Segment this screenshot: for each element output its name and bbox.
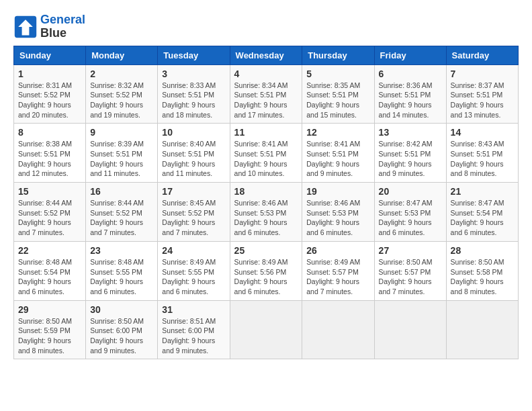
day-number: 1 <box>18 68 81 79</box>
calendar-cell: 22 Sunrise: 8:48 AM Sunset: 5:54 PM Dayl… <box>14 241 86 300</box>
day-number: 5 <box>306 68 369 79</box>
day-info: Sunrise: 8:33 AM Sunset: 5:51 PM Dayligh… <box>162 81 225 120</box>
day-info: Sunrise: 8:45 AM Sunset: 5:52 PM Dayligh… <box>162 198 225 238</box>
calendar-cell <box>302 300 374 359</box>
day-number: 22 <box>18 245 81 256</box>
day-number: 18 <box>234 186 298 197</box>
day-number: 6 <box>379 68 442 79</box>
day-info: Sunrise: 8:50 AM Sunset: 5:57 PM Dayligh… <box>379 257 442 297</box>
calendar-cell: 12 Sunrise: 8:41 AM Sunset: 5:51 PM Dayl… <box>302 124 374 183</box>
calendar-cell: 3 Sunrise: 8:33 AM Sunset: 5:51 PM Dayli… <box>158 64 230 124</box>
logo: General Blue <box>13 13 85 40</box>
day-info: Sunrise: 8:31 AM Sunset: 5:52 PM Dayligh… <box>18 81 81 120</box>
day-info: Sunrise: 8:51 AM Sunset: 6:00 PM Dayligh… <box>162 316 225 356</box>
day-number: 8 <box>18 127 81 138</box>
calendar-cell: 15 Sunrise: 8:44 AM Sunset: 5:52 PM Dayl… <box>14 183 86 242</box>
day-number: 26 <box>306 245 369 256</box>
day-info: Sunrise: 8:46 AM Sunset: 5:53 PM Dayligh… <box>234 198 298 238</box>
day-number: 9 <box>90 127 153 138</box>
calendar-cell: 2 Sunrise: 8:32 AM Sunset: 5:52 PM Dayli… <box>86 64 158 124</box>
calendar-cell: 13 Sunrise: 8:42 AM Sunset: 5:51 PM Dayl… <box>374 124 446 183</box>
day-number: 11 <box>234 127 298 138</box>
calendar-cell: 24 Sunrise: 8:49 AM Sunset: 5:55 PM Dayl… <box>158 241 230 300</box>
day-info: Sunrise: 8:48 AM Sunset: 5:55 PM Dayligh… <box>90 257 153 297</box>
day-info: Sunrise: 8:48 AM Sunset: 5:54 PM Dayligh… <box>18 257 81 297</box>
day-info: Sunrise: 8:49 AM Sunset: 5:57 PM Dayligh… <box>306 257 369 297</box>
day-number: 31 <box>162 304 225 315</box>
calendar-cell <box>446 300 518 359</box>
calendar-cell: 16 Sunrise: 8:44 AM Sunset: 5:52 PM Dayl… <box>86 183 158 242</box>
day-number: 25 <box>234 245 298 256</box>
day-number: 10 <box>162 127 225 138</box>
day-info: Sunrise: 8:49 AM Sunset: 5:56 PM Dayligh… <box>234 257 298 297</box>
column-header-thursday: Thursday <box>302 46 374 64</box>
calendar-cell: 14 Sunrise: 8:43 AM Sunset: 5:51 PM Dayl… <box>446 124 518 183</box>
day-info: Sunrise: 8:50 AM Sunset: 6:00 PM Dayligh… <box>90 316 153 356</box>
day-info: Sunrise: 8:38 AM Sunset: 5:51 PM Dayligh… <box>18 139 81 179</box>
logo-text: General Blue <box>40 13 85 40</box>
day-info: Sunrise: 8:42 AM Sunset: 5:51 PM Dayligh… <box>379 139 442 179</box>
day-number: 7 <box>451 68 514 79</box>
column-header-monday: Monday <box>86 46 158 64</box>
day-info: Sunrise: 8:34 AM Sunset: 5:51 PM Dayligh… <box>234 81 298 120</box>
day-number: 20 <box>379 186 442 197</box>
calendar-week-2: 8 Sunrise: 8:38 AM Sunset: 5:51 PM Dayli… <box>14 124 519 183</box>
day-info: Sunrise: 8:41 AM Sunset: 5:51 PM Dayligh… <box>306 139 369 179</box>
calendar-cell: 1 Sunrise: 8:31 AM Sunset: 5:52 PM Dayli… <box>14 64 86 124</box>
calendar-cell: 27 Sunrise: 8:50 AM Sunset: 5:57 PM Dayl… <box>374 241 446 300</box>
calendar-cell: 9 Sunrise: 8:39 AM Sunset: 5:51 PM Dayli… <box>86 124 158 183</box>
calendar-cell: 23 Sunrise: 8:48 AM Sunset: 5:55 PM Dayl… <box>86 241 158 300</box>
day-number: 30 <box>90 304 153 315</box>
calendar-cell: 25 Sunrise: 8:49 AM Sunset: 5:56 PM Dayl… <box>230 241 302 300</box>
column-header-friday: Friday <box>374 46 446 64</box>
calendar-cell: 7 Sunrise: 8:37 AM Sunset: 5:51 PM Dayli… <box>446 64 518 124</box>
page-header: General Blue <box>13 13 519 40</box>
day-info: Sunrise: 8:35 AM Sunset: 5:51 PM Dayligh… <box>306 81 369 120</box>
day-number: 3 <box>162 68 225 79</box>
day-number: 21 <box>451 186 514 197</box>
calendar-cell: 8 Sunrise: 8:38 AM Sunset: 5:51 PM Dayli… <box>14 124 86 183</box>
logo-icon <box>13 15 38 39</box>
calendar-cell: 10 Sunrise: 8:40 AM Sunset: 5:51 PM Dayl… <box>158 124 230 183</box>
calendar-cell: 11 Sunrise: 8:41 AM Sunset: 5:51 PM Dayl… <box>230 124 302 183</box>
calendar-week-1: 1 Sunrise: 8:31 AM Sunset: 5:52 PM Dayli… <box>14 64 519 124</box>
day-info: Sunrise: 8:46 AM Sunset: 5:53 PM Dayligh… <box>306 198 369 238</box>
day-number: 2 <box>90 68 153 79</box>
calendar-cell: 4 Sunrise: 8:34 AM Sunset: 5:51 PM Dayli… <box>230 64 302 124</box>
calendar-cell: 26 Sunrise: 8:49 AM Sunset: 5:57 PM Dayl… <box>302 241 374 300</box>
calendar-cell: 20 Sunrise: 8:47 AM Sunset: 5:53 PM Dayl… <box>374 183 446 242</box>
calendar-cell <box>374 300 446 359</box>
day-number: 12 <box>306 127 369 138</box>
day-info: Sunrise: 8:37 AM Sunset: 5:51 PM Dayligh… <box>451 81 514 120</box>
day-number: 23 <box>90 245 153 256</box>
day-number: 28 <box>451 245 514 256</box>
calendar-week-4: 22 Sunrise: 8:48 AM Sunset: 5:54 PM Dayl… <box>14 241 519 300</box>
day-number: 24 <box>162 245 225 256</box>
column-header-tuesday: Tuesday <box>158 46 230 64</box>
day-number: 14 <box>451 127 514 138</box>
column-header-saturday: Saturday <box>446 46 518 64</box>
day-info: Sunrise: 8:43 AM Sunset: 5:51 PM Dayligh… <box>451 139 514 179</box>
day-number: 16 <box>90 186 153 197</box>
day-info: Sunrise: 8:47 AM Sunset: 5:53 PM Dayligh… <box>379 198 442 238</box>
calendar-cell: 6 Sunrise: 8:36 AM Sunset: 5:51 PM Dayli… <box>374 64 446 124</box>
calendar-week-5: 29 Sunrise: 8:50 AM Sunset: 5:59 PM Dayl… <box>14 300 519 359</box>
calendar-cell: 31 Sunrise: 8:51 AM Sunset: 6:00 PM Dayl… <box>158 300 230 359</box>
calendar-header-row: SundayMondayTuesdayWednesdayThursdayFrid… <box>14 46 519 64</box>
day-info: Sunrise: 8:36 AM Sunset: 5:51 PM Dayligh… <box>379 81 442 120</box>
day-info: Sunrise: 8:49 AM Sunset: 5:55 PM Dayligh… <box>162 257 225 297</box>
calendar-cell: 28 Sunrise: 8:50 AM Sunset: 5:58 PM Dayl… <box>446 241 518 300</box>
column-header-sunday: Sunday <box>14 46 86 64</box>
day-info: Sunrise: 8:40 AM Sunset: 5:51 PM Dayligh… <box>162 139 225 179</box>
day-info: Sunrise: 8:50 AM Sunset: 5:59 PM Dayligh… <box>18 316 81 356</box>
day-number: 19 <box>306 186 369 197</box>
calendar-cell: 30 Sunrise: 8:50 AM Sunset: 6:00 PM Dayl… <box>86 300 158 359</box>
column-header-wednesday: Wednesday <box>230 46 302 64</box>
day-info: Sunrise: 8:47 AM Sunset: 5:54 PM Dayligh… <box>451 198 514 238</box>
calendar-cell: 21 Sunrise: 8:47 AM Sunset: 5:54 PM Dayl… <box>446 183 518 242</box>
calendar-cell <box>230 300 302 359</box>
calendar-cell: 29 Sunrise: 8:50 AM Sunset: 5:59 PM Dayl… <box>14 300 86 359</box>
day-number: 13 <box>379 127 442 138</box>
calendar-table: SundayMondayTuesdayWednesdayThursdayFrid… <box>13 46 519 360</box>
day-info: Sunrise: 8:44 AM Sunset: 5:52 PM Dayligh… <box>90 198 153 238</box>
